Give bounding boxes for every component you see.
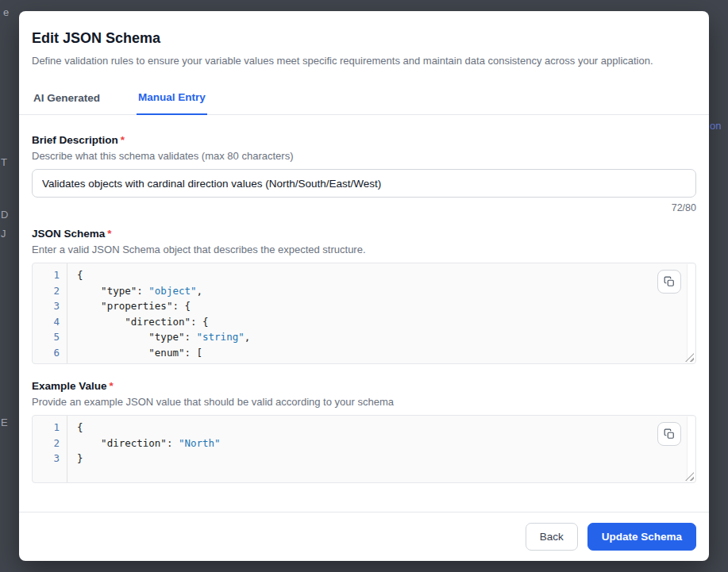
example-value-helper: Provide an example JSON value that shoul… bbox=[32, 396, 696, 408]
example-value-editor[interactable]: 123 { "direction": "North"} bbox=[32, 415, 696, 483]
line-number-gutter: 123 bbox=[33, 416, 67, 482]
code-area[interactable]: { "type": "object", "properties": { "dir… bbox=[67, 263, 695, 363]
modal-subtitle: Define validation rules to ensure your v… bbox=[32, 54, 696, 67]
modal-title: Edit JSON Schema bbox=[32, 30, 696, 47]
background-remnant-text: J bbox=[1, 228, 6, 240]
background-remnant-text: on bbox=[710, 120, 721, 132]
copy-icon bbox=[664, 276, 675, 287]
copy-icon bbox=[664, 428, 675, 440]
required-marker: * bbox=[107, 228, 111, 240]
code-area[interactable]: { "direction": "North"} bbox=[67, 416, 695, 482]
scrollbar[interactable] bbox=[687, 264, 695, 363]
tab-ai-generated[interactable]: AI Generated bbox=[32, 90, 102, 114]
copy-button[interactable] bbox=[657, 422, 681, 446]
modal-footer: Back Update Schema bbox=[19, 512, 709, 561]
modal-header: Edit JSON Schema Define validation rules… bbox=[19, 11, 709, 67]
label-text: Example Value bbox=[32, 380, 107, 392]
required-marker: * bbox=[110, 380, 114, 392]
label-text: Brief Description bbox=[32, 134, 118, 146]
tab-manual-entry[interactable]: Manual Entry bbox=[137, 90, 207, 115]
background-remnant-text: T bbox=[1, 156, 7, 168]
brief-description-input[interactable] bbox=[32, 169, 696, 198]
line-number-gutter: 1234567 bbox=[33, 263, 67, 363]
back-button[interactable]: Back bbox=[526, 523, 578, 551]
required-marker: * bbox=[121, 134, 125, 146]
brief-description-label: Brief Description* bbox=[32, 134, 696, 146]
label-text: JSON Schema bbox=[32, 228, 105, 240]
background-remnant-text: E bbox=[1, 417, 8, 428]
json-schema-group: JSON Schema* Enter a valid JSON Schema o… bbox=[32, 228, 696, 364]
scrollbar[interactable] bbox=[687, 417, 695, 482]
background-remnant-text: D bbox=[1, 209, 8, 221]
edit-json-schema-modal: Edit JSON Schema Define validation rules… bbox=[19, 11, 709, 561]
brief-description-helper: Describe what this schema validates (max… bbox=[32, 150, 696, 162]
json-schema-label: JSON Schema* bbox=[32, 228, 696, 240]
example-value-group: Example Value* Provide an example JSON v… bbox=[32, 380, 696, 483]
json-schema-editor[interactable]: 1234567 { "type": "object", "properties"… bbox=[32, 263, 696, 364]
char-count: 72/80 bbox=[32, 202, 696, 213]
tab-bar: AI Generated Manual Entry bbox=[19, 90, 709, 115]
json-schema-helper: Enter a valid JSON Schema object that de… bbox=[32, 244, 696, 255]
copy-button[interactable] bbox=[657, 270, 681, 294]
modal-content: Brief Description* Describe what this sc… bbox=[19, 115, 709, 483]
background-remnant-text: e bbox=[3, 6, 9, 18]
brief-description-group: Brief Description* Describe what this sc… bbox=[32, 134, 696, 213]
example-value-label: Example Value* bbox=[32, 380, 696, 392]
update-schema-button[interactable]: Update Schema bbox=[587, 523, 696, 551]
